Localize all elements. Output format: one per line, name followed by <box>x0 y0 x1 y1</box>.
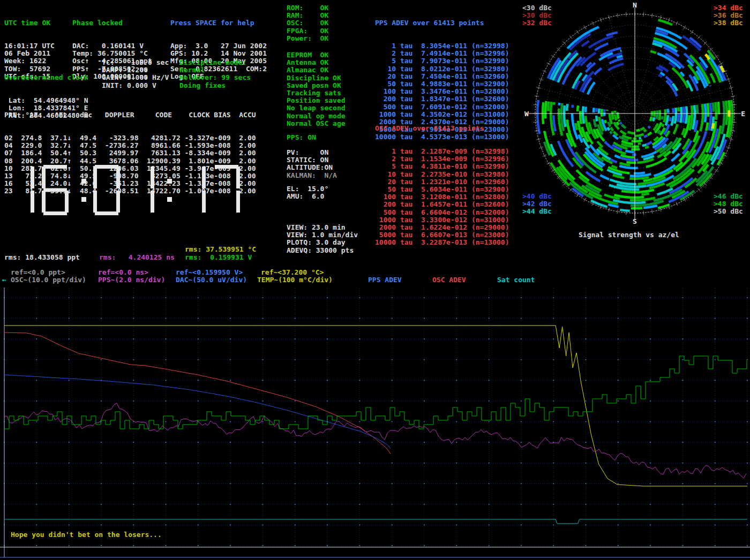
pps-adev-row: 50 tau 4.9883e-011 (n=32900) <box>375 80 509 88</box>
device-status-line: ROM: OK <box>287 4 328 12</box>
dbc-legend-entry: >40 dBc <box>522 193 552 200</box>
dbc-legend-entry: >50 dBc <box>714 208 743 215</box>
tc-line: DAMP: 1.200 <box>102 66 169 74</box>
sat-table-row: 07 186.4 50.4↑ 50.3 2499.97 7631.13 -8.3… <box>4 149 256 157</box>
receiver-status-line: No leap second <box>287 104 346 112</box>
osc-adev-row: 1000 tau 3.3300e-012 (n=31000) <box>375 216 509 224</box>
osc-adev-table: OSC ADEV over 61413 points 1 tau 2.1287e… <box>375 110 509 262</box>
osc-adev-row: 10 tau 2.2735e-010 (n=32980) <box>375 171 509 178</box>
sat-count-plot-label: Sat count <box>497 276 535 284</box>
svg-text:W: W <box>524 110 529 118</box>
el-amu-line: AMU: 6.0 <box>287 193 328 200</box>
receiver-status-line: Normal OSC age <box>287 120 346 127</box>
pps-adev-row: 20 tau 7.4504e-011 (n=32960) <box>375 73 509 80</box>
pps-adev-title: PPS ADEV over 61413 points <box>375 19 509 27</box>
device-status-line: RAM: OK <box>287 12 328 19</box>
osc-adev-row: 500 tau 6.6604e-012 (n=32000) <box>375 209 509 216</box>
view-block: VIEW: 23.0 minVIEW: 1.0 min/divPLOTQ: 3.… <box>287 224 358 254</box>
osc-adev-row: 2 tau 1.1534e-009 (n=32996) <box>375 155 509 163</box>
pps-adev-row: 5 tau 7.9073e-011 (n=32990) <box>375 57 509 65</box>
utc-status-line: 16:01:17 UTC <box>4 42 55 50</box>
dbc-legend-entry: >38 dBc <box>714 19 743 27</box>
svg-text:E: E <box>741 110 745 118</box>
dbc-legend-entry: >36 dBc <box>714 12 743 19</box>
pps-adev-row: 10 tau 8.0212e-011 (n=32980) <box>375 65 509 73</box>
rms-osc: rms: 18.433058 ppt <box>4 254 80 261</box>
dbc-legend-entry: >42 dBc <box>522 200 552 208</box>
view-line: PLOTQ: 3.0 day <box>287 239 358 246</box>
dbc-legend-entry: <30 dBc <box>522 4 552 12</box>
scale-osc-label: OSC~(10.0 ppt/div) <box>11 276 86 284</box>
receiver-status-line: Discipline OK <box>287 74 346 82</box>
sat-table-row: 04 229.0 32.7↓ 47.5 -2736.27 8961.66 -1.… <box>4 142 256 149</box>
dbc-legend-bottom-right: >46 dBc>48 dBc>50 dBc <box>714 193 743 216</box>
dbc-legend-entry: >34 dBc <box>714 4 743 12</box>
mode-line: STATIC: ON <box>287 156 337 164</box>
big-digital-clock <box>6 164 264 220</box>
phase-status-line: Temp: 36.750015 °C <box>72 50 152 57</box>
pps-adev-row: 200 tau 1.8347e-011 (n=32600) <box>375 95 509 103</box>
tc-line: GAIN:-5.000 Hz/V <box>102 74 169 81</box>
osc-adev-row: 200 tau 1.6457e-011 (n=32600) <box>375 201 509 208</box>
utc-status-line: 06 Feb 2011 <box>4 50 55 57</box>
rms-temp: rms: 37.539951 °C <box>185 246 256 253</box>
osc-adev-row: 20 tau 1.2321e-010 (n=32960) <box>375 178 509 186</box>
utc-status-title: UTC time OK <box>4 19 55 27</box>
help-line: App: 3.0 27 Jun 2002 <box>170 42 267 50</box>
position-title: Overdetermined clock <box>4 74 88 81</box>
mode-line: ALTITUDE:ON <box>287 164 337 171</box>
dbc-legend-entry: >30 dBc <box>522 12 552 19</box>
device-status-line: OSC: OK <box>287 19 328 27</box>
pps-adev-plot-label: PPS ADEV <box>368 276 402 284</box>
scale-dac-label: DAC~(50.0 uV/div) <box>176 276 247 284</box>
status-message: Hope you didn't bet on the losers... <box>11 531 162 539</box>
receiver-status-line: Antenna OK <box>287 59 346 66</box>
modes-block: PV: ONSTATIC: ONALTITUDE:ONKALMAN: N/A <box>287 149 337 179</box>
dbc-legend-bottom-left: >40 dBc>42 dBc>44 dBc <box>522 193 552 216</box>
view-line: ADEVQ: 33000 pts <box>287 247 358 254</box>
rms-pps: rms: 4.240125 ns <box>99 254 175 261</box>
help-line: GPS: 10.2 14 Nov 2001 <box>170 50 267 57</box>
receiver-status-line: Almanac OK <box>287 66 346 74</box>
dbc-legend-entry: >46 dBc <box>714 193 743 200</box>
phase-status-title: Phase locked <box>72 19 152 27</box>
view-line: VIEW: 1.0 min/div <box>287 231 358 239</box>
pps-state: PPS: ON <box>287 134 316 141</box>
osc-adev-plot-label: OSC ADEV <box>432 276 466 284</box>
pps-adev-row: 1 tau 8.3054e-011 (n=32998) <box>375 42 509 50</box>
osc-adev-row: 100 tau 3.1208e-011 (n=32800) <box>375 193 509 201</box>
el-amu-block: EL: 15.0°AMU: 6.0 <box>287 185 328 200</box>
osc-adev-row: 50 tau 5.6034e-011 (n=32900) <box>375 186 509 193</box>
svg-text:S: S <box>633 217 637 225</box>
receiver-status-line: Tracking sats <box>287 89 346 97</box>
phase-status-line: DAC: 0.160141 V <box>72 42 152 50</box>
tc-block: TC: 100.0 secDAMP: 1.200GAIN:-5.000 Hz/V… <box>102 59 169 89</box>
osc-adev-row: 2000 tau 1.6224e-012 (n=29000) <box>375 224 509 231</box>
receiver-status-block: EEPROM OKAntenna OKAlmanac OKDiscipline … <box>287 51 346 127</box>
tc-line: INIT: 0.000 V <box>102 82 169 89</box>
svg-text:N: N <box>633 1 637 9</box>
rms-dac: rms: 0.159931 V <box>185 254 252 261</box>
device-status-line: FPGA: OK <box>287 27 328 35</box>
receiver-status-line: Position saved <box>287 97 346 104</box>
discipline-line: Discipline mode: <box>179 59 251 66</box>
discipline-block: Discipline mode:NormalHoldover: 99 secsD… <box>179 59 251 89</box>
receiver-status-line: Saved posn OK <box>287 82 346 89</box>
tc-line: TC: 100.0 sec <box>102 59 169 66</box>
dbc-legend-entry: >48 dBc <box>714 200 743 208</box>
view-line: VIEW: 23.0 min <box>287 224 358 231</box>
device-status-block: ROM: OKRAM: OKOSC: OKFPGA: OKPower: OK <box>287 4 328 42</box>
osc-adev-row: 1 tau 2.1287e-009 (n=32998) <box>375 148 509 155</box>
sat-table-row: 02 274.8 37.1↓ 49.4 -323.98 4281.72 -3.3… <box>4 134 256 142</box>
pps-adev-row: 100 tau 3.3476e-011 (n=32800) <box>375 88 509 95</box>
scroll-left-arrow-icon[interactable]: ← <box>2 276 6 284</box>
help-title: Press SPACE for help <box>170 19 267 27</box>
scale-temp-label: TEMP~(100 m°C/div) <box>257 276 333 284</box>
osc-adev-row: 5 tau 4.3811e-010 (n=32990) <box>375 163 509 170</box>
pps-adev-row: 2 tau 7.4914e-011 (n=32996) <box>375 50 509 57</box>
mode-line: KALMAN: N/A <box>287 172 337 179</box>
strip-chart-plot-area[interactable] <box>0 287 750 560</box>
osc-adev-title: OSC ADEV over 61413 points <box>375 125 509 132</box>
receiver-status-line: Normal op mode <box>287 112 346 120</box>
polar-caption: Signal strength vs az/el <box>579 231 679 239</box>
